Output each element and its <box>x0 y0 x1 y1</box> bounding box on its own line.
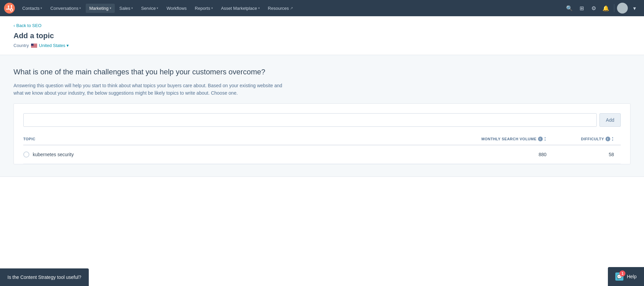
chevron-down-icon: ▾ <box>66 43 69 48</box>
topic-cell: kubernetes security <box>23 151 452 158</box>
avatar[interactable] <box>617 3 628 14</box>
navbar: Contacts ▾ Conversations ▾ Marketing ▾ S… <box>0 0 644 16</box>
nav-asset-marketplace[interactable]: Asset Marketplace ▾ <box>218 4 263 13</box>
search-button[interactable]: 🔍 <box>564 3 575 14</box>
add-button[interactable]: Add <box>599 113 621 127</box>
svg-rect-18 <box>31 47 37 47</box>
svg-rect-21 <box>31 44 33 46</box>
chevron-down-icon: ▾ <box>41 6 42 10</box>
notifications-button[interactable]: 🔔 <box>600 3 611 14</box>
nav-divider <box>614 4 614 12</box>
info-icon-difficulty[interactable]: i <box>606 137 610 141</box>
svg-rect-15 <box>31 46 37 46</box>
question-section: What is one of the main challenges that … <box>0 55 644 177</box>
nav-service[interactable]: Service ▾ <box>138 4 162 13</box>
sort-difficulty-button[interactable]: ▲ ▼ <box>612 136 614 141</box>
input-row: Add <box>23 113 621 127</box>
us-flag-icon <box>31 44 37 48</box>
svg-rect-20 <box>31 47 37 48</box>
chevron-down-icon: ▾ <box>131 6 133 10</box>
chevron-down-icon: ▾ <box>211 6 213 10</box>
nav-conversations[interactable]: Conversations ▾ <box>47 4 84 13</box>
country-label: Country <box>14 43 29 48</box>
nav-icons: 🔍 ⊞ ⚙ 🔔 ▾ <box>564 3 640 14</box>
svg-rect-19 <box>31 47 37 47</box>
settings-button[interactable]: ⚙ <box>588 3 599 14</box>
svg-rect-16 <box>31 46 37 46</box>
svg-point-4 <box>11 5 12 6</box>
svg-point-2 <box>11 9 12 11</box>
marketplace-button[interactable]: ⊞ <box>576 3 587 14</box>
country-row: Country United States ▾ <box>14 43 630 48</box>
topic-input-section: Add TOPIC MONTHLY SEARCH VOLUME i ▲ ▼ DI… <box>14 103 630 164</box>
chevron-down-icon: ▾ <box>79 6 81 10</box>
nav-marketing[interactable]: Marketing ▾ <box>86 4 114 13</box>
topic-radio[interactable] <box>23 151 29 158</box>
account-chevron[interactable]: ▾ <box>629 3 640 14</box>
feedback-bar[interactable]: Is the Content Strategy tool useful? <box>0 268 89 286</box>
svg-rect-17 <box>31 46 37 47</box>
table-header: TOPIC MONTHLY SEARCH VOLUME i ▲ ▼ DIFFIC… <box>23 136 621 145</box>
chevron-down-icon: ▾ <box>110 6 111 10</box>
hubspot-logo[interactable] <box>4 3 15 14</box>
chevron-down-icon: ▾ <box>258 6 260 10</box>
external-link-icon: ↗ <box>290 6 293 10</box>
info-icon-monthly[interactable]: i <box>538 137 543 141</box>
nav-contacts[interactable]: Contacts ▾ <box>19 4 46 13</box>
svg-point-7 <box>8 5 9 7</box>
monthly-search-volume-cell: 880 <box>452 152 553 157</box>
chevron-left-icon: ‹ <box>14 23 15 28</box>
nav-sales[interactable]: Sales ▾ <box>116 4 137 13</box>
th-monthly-search-volume: MONTHLY SEARCH VOLUME i ▲ ▼ <box>452 136 553 141</box>
table-row: kubernetes security 880 58 <box>23 145 621 164</box>
question-heading: What is one of the main challenges that … <box>14 67 630 77</box>
question-description: Answering this question will help you st… <box>14 82 290 97</box>
help-button[interactable]: 💬 1 Help <box>608 267 644 286</box>
nav-workflows[interactable]: Workflows <box>163 4 190 13</box>
chevron-down-icon: ▾ <box>157 6 158 10</box>
country-selector[interactable]: United States ▾ <box>39 43 69 48</box>
th-difficulty: DIFFICULTY i ▲ ▼ <box>553 136 621 141</box>
difficulty-cell: 58 <box>553 152 621 157</box>
page-title: Add a topic <box>14 31 630 40</box>
nav-reports[interactable]: Reports ▾ <box>191 4 216 13</box>
th-topic: TOPIC <box>23 136 452 141</box>
topic-input[interactable] <box>23 113 597 127</box>
sort-monthly-button[interactable]: ▲ ▼ <box>544 136 546 141</box>
main-content: ‹ Back to SEO Add a topic Country United… <box>0 16 644 286</box>
help-badge: 1 <box>619 270 625 277</box>
svg-point-0 <box>4 3 15 14</box>
back-to-seo-link[interactable]: ‹ Back to SEO <box>14 23 630 28</box>
nav-resources[interactable]: Resources ↗ <box>265 4 296 13</box>
chat-icon-container: 💬 1 <box>615 272 623 281</box>
